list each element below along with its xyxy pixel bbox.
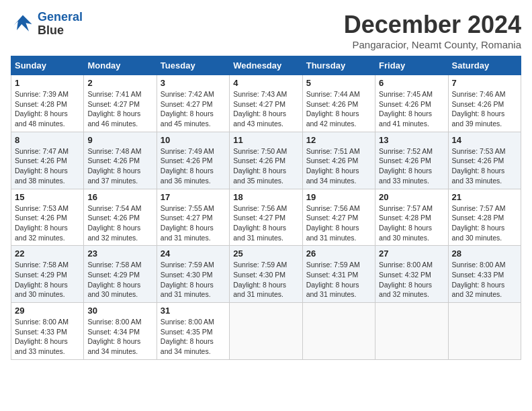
day-info: Sunrise: 7:55 AMSunset: 4:27 PMDaylight:… [161,203,226,243]
calendar-cell: 16Sunrise: 7:54 AMSunset: 4:26 PMDayligh… [84,189,157,246]
calendar-cell [375,303,448,360]
calendar-cell [448,303,521,360]
weekday-thursday: Thursday [302,56,375,75]
calendar-cell: 13Sunrise: 7:52 AMSunset: 4:26 PMDayligh… [375,132,448,189]
calendar-cell: 3Sunrise: 7:42 AMSunset: 4:27 PMDaylight… [157,75,229,132]
calendar-week-0: 1Sunrise: 7:39 AMSunset: 4:28 PMDaylight… [11,75,521,132]
calendar-week-3: 22Sunrise: 7:58 AMSunset: 4:29 PMDayligh… [11,246,521,303]
day-info: Sunrise: 7:53 AMSunset: 4:26 PMDaylight:… [452,146,517,186]
logo-line2: Blue [38,24,83,38]
day-info: Sunrise: 7:47 AMSunset: 4:26 PMDaylight:… [15,146,80,186]
day-info: Sunrise: 8:00 AMSunset: 4:32 PMDaylight:… [379,260,444,300]
calendar-week-4: 29Sunrise: 8:00 AMSunset: 4:33 PMDayligh… [11,303,521,360]
calendar-cell: 1Sunrise: 7:39 AMSunset: 4:28 PMDaylight… [11,75,84,132]
weekday-header-row: SundayMondayTuesdayWednesdayThursdayFrid… [11,56,521,75]
calendar-cell: 2Sunrise: 7:41 AMSunset: 4:27 PMDaylight… [84,75,157,132]
calendar-cell: 24Sunrise: 7:59 AMSunset: 4:30 PMDayligh… [157,246,229,303]
day-info: Sunrise: 7:39 AMSunset: 4:28 PMDaylight:… [15,89,80,129]
calendar-cell: 15Sunrise: 7:53 AMSunset: 4:26 PMDayligh… [11,189,84,246]
calendar-cell: 26Sunrise: 7:59 AMSunset: 4:31 PMDayligh… [302,246,375,303]
calendar-cell: 21Sunrise: 7:57 AMSunset: 4:28 PMDayligh… [448,189,521,246]
day-info: Sunrise: 7:41 AMSunset: 4:27 PMDaylight:… [87,89,152,129]
day-info: Sunrise: 7:57 AMSunset: 4:28 PMDaylight:… [452,203,517,243]
day-number: 5 [306,78,371,88]
weekday-tuesday: Tuesday [157,56,229,75]
calendar-body: 1Sunrise: 7:39 AMSunset: 4:28 PMDaylight… [11,75,521,360]
day-info: Sunrise: 7:54 AMSunset: 4:26 PMDaylight:… [87,203,152,243]
day-info: Sunrise: 7:56 AMSunset: 4:27 PMDaylight:… [306,203,371,243]
day-number: 30 [87,306,152,316]
day-number: 16 [87,192,152,202]
day-number: 31 [161,306,226,316]
logo-text: General Blue [38,11,83,38]
calendar-cell: 23Sunrise: 7:58 AMSunset: 4:29 PMDayligh… [84,246,157,303]
weekday-sunday: Sunday [11,56,84,75]
day-number: 14 [452,135,517,145]
day-number: 9 [87,135,152,145]
logo-line1: General [38,10,83,24]
calendar-cell: 20Sunrise: 7:57 AMSunset: 4:28 PMDayligh… [375,189,448,246]
calendar-cell: 9Sunrise: 7:48 AMSunset: 4:26 PMDaylight… [84,132,157,189]
day-info: Sunrise: 7:48 AMSunset: 4:26 PMDaylight:… [87,146,152,186]
day-number: 20 [379,192,444,202]
calendar-cell: 14Sunrise: 7:53 AMSunset: 4:26 PMDayligh… [448,132,521,189]
day-number: 24 [161,248,226,259]
day-number: 28 [452,248,517,259]
header: General Blue December 2024 Pangaracior, … [11,11,521,50]
calendar-cell: 31Sunrise: 8:00 AMSunset: 4:35 PMDayligh… [157,303,229,360]
day-number: 11 [233,135,298,145]
day-number: 2 [87,78,152,88]
day-number: 23 [87,248,152,259]
calendar-cell: 22Sunrise: 7:58 AMSunset: 4:29 PMDayligh… [11,246,84,303]
day-info: Sunrise: 7:45 AMSunset: 4:26 PMDaylight:… [379,89,444,129]
day-number: 18 [233,192,298,202]
day-info: Sunrise: 8:00 AMSunset: 4:34 PMDaylight:… [87,317,152,357]
calendar-cell: 25Sunrise: 7:59 AMSunset: 4:30 PMDayligh… [230,246,302,303]
day-number: 26 [306,248,371,259]
calendar-week-1: 8Sunrise: 7:47 AMSunset: 4:26 PMDaylight… [11,132,521,189]
day-info: Sunrise: 8:00 AMSunset: 4:35 PMDaylight:… [161,317,226,357]
weekday-friday: Friday [375,56,448,75]
calendar-cell: 8Sunrise: 7:47 AMSunset: 4:26 PMDaylight… [11,132,84,189]
calendar-cell: 27Sunrise: 8:00 AMSunset: 4:32 PMDayligh… [375,246,448,303]
day-number: 13 [379,135,444,145]
calendar-subtitle: Pangaracior, Neamt County, Romania [344,39,521,50]
day-number: 22 [15,248,80,259]
day-number: 12 [306,135,371,145]
svg-marker-0 [14,15,32,31]
day-number: 17 [161,192,226,202]
calendar-cell: 29Sunrise: 8:00 AMSunset: 4:33 PMDayligh… [11,303,84,360]
logo: General Blue [11,11,83,38]
calendar-cell: 30Sunrise: 8:00 AMSunset: 4:34 PMDayligh… [84,303,157,360]
calendar-title: December 2024 [344,11,521,39]
calendar-week-2: 15Sunrise: 7:53 AMSunset: 4:26 PMDayligh… [11,189,521,246]
day-info: Sunrise: 7:58 AMSunset: 4:29 PMDaylight:… [15,260,80,300]
calendar-cell: 4Sunrise: 7:43 AMSunset: 4:27 PMDaylight… [230,75,302,132]
day-info: Sunrise: 7:42 AMSunset: 4:27 PMDaylight:… [161,89,226,129]
day-number: 1 [15,78,80,88]
day-info: Sunrise: 7:53 AMSunset: 4:26 PMDaylight:… [15,203,80,243]
calendar-cell: 10Sunrise: 7:49 AMSunset: 4:26 PMDayligh… [157,132,229,189]
calendar-cell: 5Sunrise: 7:44 AMSunset: 4:26 PMDaylight… [302,75,375,132]
weekday-monday: Monday [84,56,157,75]
calendar-cell [230,303,302,360]
day-info: Sunrise: 7:49 AMSunset: 4:26 PMDaylight:… [161,146,226,186]
calendar-cell: 11Sunrise: 7:50 AMSunset: 4:26 PMDayligh… [230,132,302,189]
calendar-cell: 18Sunrise: 7:56 AMSunset: 4:27 PMDayligh… [230,189,302,246]
day-info: Sunrise: 7:46 AMSunset: 4:26 PMDaylight:… [452,89,517,129]
day-info: Sunrise: 7:59 AMSunset: 4:31 PMDaylight:… [306,260,371,300]
weekday-wednesday: Wednesday [230,56,302,75]
day-number: 29 [15,306,80,316]
day-info: Sunrise: 7:56 AMSunset: 4:27 PMDaylight:… [233,203,298,243]
title-area: December 2024 Pangaracior, Neamt County,… [344,11,521,50]
day-number: 15 [15,192,80,202]
calendar-cell: 7Sunrise: 7:46 AMSunset: 4:26 PMDaylight… [448,75,521,132]
day-info: Sunrise: 7:57 AMSunset: 4:28 PMDaylight:… [379,203,444,243]
day-number: 21 [452,192,517,202]
day-info: Sunrise: 7:43 AMSunset: 4:27 PMDaylight:… [233,89,298,129]
day-info: Sunrise: 8:00 AMSunset: 4:33 PMDaylight:… [452,260,517,300]
day-number: 8 [15,135,80,145]
day-info: Sunrise: 7:44 AMSunset: 4:26 PMDaylight:… [306,89,371,129]
calendar-cell: 17Sunrise: 7:55 AMSunset: 4:27 PMDayligh… [157,189,229,246]
day-info: Sunrise: 7:50 AMSunset: 4:26 PMDaylight:… [233,146,298,186]
